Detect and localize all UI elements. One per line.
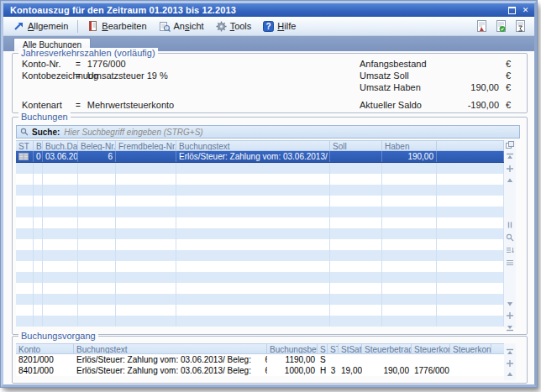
empty-row[interactable]: [16, 185, 504, 196]
column-header[interactable]: Haben: [382, 140, 437, 151]
booking-line-row[interactable]: 8201/000Erlös/Steuer: Zahlung vom: 03.06…: [16, 354, 505, 365]
restore-icon: [508, 7, 516, 14]
cell: [43, 305, 78, 316]
content-area: Jahresverkehrszahlen (vorläufig) Konto-N…: [3, 51, 534, 382]
column-header[interactable]: Konto: [16, 343, 74, 354]
column-header[interactable]: Beleg-Nr.: [78, 140, 116, 151]
empty-row[interactable]: [16, 163, 504, 174]
scroll-down-icon[interactable]: [506, 311, 514, 320]
cell: [437, 250, 504, 261]
empty-row[interactable]: [16, 261, 504, 272]
pause-icon[interactable]: [506, 221, 514, 229]
empty-row[interactable]: [16, 174, 504, 185]
menu-item-bearbeiten[interactable]: Bearbeiten: [82, 18, 151, 34]
empty-row[interactable]: [16, 294, 504, 305]
triangle-up-icon[interactable]: [506, 370, 514, 379]
menu-item-allgemein[interactable]: Allgemein: [8, 19, 73, 33]
scroll-up-icon[interactable]: [506, 359, 514, 368]
cell: [34, 316, 43, 327]
cell: [16, 272, 34, 283]
column-header[interactable]: StSatz: [339, 343, 362, 354]
column-header[interactable]: Soll: [330, 140, 382, 151]
cell: 8201/000: [16, 354, 74, 365]
column-header[interactable]: ST: [16, 140, 34, 151]
empty-row[interactable]: [16, 228, 504, 239]
cell: [34, 261, 43, 272]
column-header[interactable]: Steuerbetrag: [362, 343, 412, 354]
cell: [78, 294, 116, 305]
column-header[interactable]: Fremdbeleg-Nr.: [116, 140, 176, 151]
sort-icon[interactable]: [506, 246, 514, 254]
empty-row[interactable]: [16, 250, 504, 261]
cell: [330, 217, 382, 228]
currency-symbol: €: [499, 59, 511, 69]
column-header[interactable]: Buchungsbetrag: [267, 343, 318, 354]
document-check-icon[interactable]: [496, 20, 507, 33]
empty-row[interactable]: [16, 217, 504, 228]
menu-item-label: Tools: [230, 21, 252, 31]
cell: [328, 354, 339, 365]
cell: Erlös/Steuer: Zahlung vom: 03.06.2013/ B…: [176, 151, 330, 162]
column-header[interactable]: ST: [328, 343, 339, 354]
empty-row[interactable]: [16, 272, 504, 283]
column-header[interactable]: Buchungstext: [74, 343, 267, 354]
help-icon: ?: [263, 21, 274, 32]
cell: [34, 228, 43, 239]
jvz-right-row: Anfangsbestand€: [360, 59, 511, 69]
cell: [78, 305, 116, 316]
scroll-bottom-icon[interactable]: [506, 323, 514, 332]
cell: [382, 174, 437, 185]
search-input[interactable]: Suche: Hier Suchbegriff eingeben (STRG+S…: [16, 125, 520, 139]
cell: 19,00: [339, 365, 362, 376]
menu-item-label: Bearbeiten: [102, 21, 146, 31]
cell: [34, 217, 43, 228]
cell: [176, 272, 330, 283]
scroll-up-icon[interactable]: [506, 165, 514, 173]
restore-button[interactable]: [507, 6, 517, 15]
cell: [437, 228, 504, 239]
cell: [176, 250, 330, 261]
triangle-down-icon[interactable]: [506, 300, 514, 308]
cell: [382, 261, 437, 272]
empty-row[interactable]: [16, 206, 504, 217]
triangle-up-icon[interactable]: [506, 176, 514, 185]
empty-row[interactable]: [16, 196, 504, 206]
cell: [330, 261, 382, 272]
cell: [16, 185, 34, 196]
column-header[interactable]: Steuerkonto 2: [450, 343, 491, 354]
menu-item-label: Allgemein: [28, 21, 68, 31]
menu-separator: [77, 20, 78, 33]
column-header[interactable]: B: [34, 140, 43, 151]
cell: [330, 283, 382, 294]
column-header[interactable]: [437, 140, 504, 151]
cell: [16, 250, 34, 261]
empty-row[interactable]: [16, 305, 504, 316]
cell: [116, 305, 176, 316]
empty-row[interactable]: [16, 283, 504, 294]
booking-line-row[interactable]: 8401/000Erlös/Steuer: Zahlung vom: 03.06…: [16, 365, 505, 376]
document-export-icon[interactable]: [476, 20, 487, 33]
close-button[interactable]: ✕: [520, 6, 531, 15]
column-header[interactable]: Buch.Dat.: [43, 140, 78, 151]
column-chooser-icon[interactable]: [506, 141, 514, 149]
scroll-top-icon[interactable]: [506, 153, 514, 161]
column-header[interactable]: Buchungstext: [176, 140, 330, 151]
menu-item-hilfe[interactable]: ?Hilfe: [258, 19, 301, 34]
column-header[interactable]: Steuerkonto 1: [412, 343, 450, 354]
equals-separator: =: [76, 60, 81, 69]
column-header[interactable]: [491, 343, 505, 354]
column-header[interactable]: S: [318, 343, 328, 354]
cell: [330, 250, 382, 261]
selected-booking-row[interactable]: 003.06.20136Erlös/Steuer: Zahlung vom: 0…: [16, 151, 504, 163]
jvz-right-label: Anfangsbestand: [360, 59, 455, 69]
cell: [43, 272, 78, 283]
scroll-top-icon[interactable]: [506, 348, 514, 357]
list-icon[interactable]: [506, 259, 514, 267]
menu-item-tools[interactable]: Tools: [211, 19, 257, 34]
empty-row[interactable]: [16, 239, 504, 250]
document-sum-icon[interactable]: [515, 20, 526, 33]
magnifier-icon[interactable]: [506, 233, 514, 242]
cell: [382, 316, 437, 327]
empty-row[interactable]: [16, 316, 504, 327]
menu-item-ansicht[interactable]: Ansicht: [154, 19, 209, 34]
